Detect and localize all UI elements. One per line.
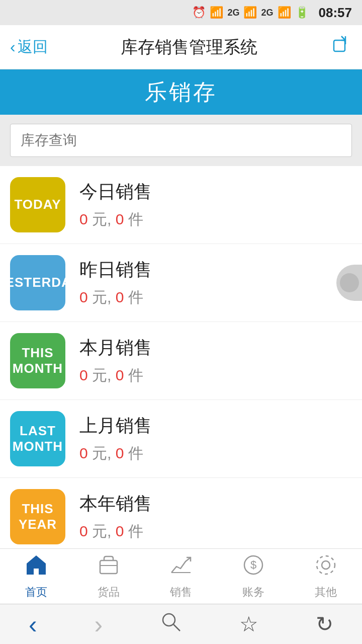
- sales-item-lastmonth[interactable]: LASTMONTH上月销售0 元, 0 件: [0, 400, 362, 478]
- browser-bookmark-button[interactable]: ☆: [239, 612, 258, 636]
- svg-line-12: [173, 624, 180, 631]
- sales-icon-today: TODAY: [10, 177, 65, 232]
- battery-icon: 🔋: [295, 6, 309, 19]
- sales-item-today[interactable]: TODAY今日销售0 元, 0 件: [0, 166, 362, 244]
- bottom-nav-item-goods[interactable]: 货品: [97, 553, 120, 600]
- app-title: 乐销存: [145, 77, 217, 107]
- sales-data-today: 0 元, 0 件: [79, 209, 352, 230]
- back-label: 返回: [18, 37, 48, 57]
- search-input[interactable]: [10, 124, 352, 157]
- signal-bar-2: 📶: [278, 6, 291, 19]
- bottom-nav-label-finance: 账务: [242, 585, 264, 600]
- jian-value-yesterday: 0: [116, 289, 124, 305]
- yuan-value-thismonth: 0: [79, 367, 88, 383]
- bottom-nav-label-other: 其他: [315, 585, 337, 600]
- bottom-nav-label-sales: 销售: [170, 585, 192, 600]
- bottom-nav-icon-sales: [169, 553, 193, 582]
- bottom-nav: 首页 货品 销售 $ 账务 其他: [0, 548, 362, 604]
- sales-icon-thismonth: THISMONTH: [10, 333, 65, 388]
- sales-data-thismonth: 0 元, 0 件: [79, 365, 352, 386]
- sales-name-yesterday: 昨日销售: [79, 258, 352, 282]
- svg-text:$: $: [250, 558, 256, 571]
- sales-name-thismonth: 本月销售: [79, 336, 352, 360]
- svg-point-9: [322, 561, 330, 569]
- browser-refresh-button[interactable]: ↻: [316, 612, 333, 636]
- bottom-nav-item-finance[interactable]: $ 账务: [242, 553, 265, 600]
- jian-value-today: 0: [116, 211, 124, 227]
- bottom-nav-label-home: 首页: [25, 585, 47, 600]
- signal-2g-2: 2G: [261, 8, 273, 18]
- yuan-value-thisyear: 0: [79, 523, 88, 539]
- jian-value-thismonth: 0: [116, 367, 124, 383]
- yuan-value-today: 0: [79, 211, 88, 227]
- back-button[interactable]: ‹ 返回: [10, 37, 48, 57]
- sales-name-lastmonth: 上月销售: [79, 414, 352, 438]
- bottom-nav-item-home[interactable]: 首页: [25, 553, 48, 600]
- status-time: 08:57: [319, 5, 352, 21]
- browser-forward-button[interactable]: ›: [95, 610, 103, 639]
- sales-item-thisyear[interactable]: THISYEAR本年销售0 元, 0 件: [0, 478, 362, 556]
- sales-icon-lastmonth: LASTMONTH: [10, 411, 65, 466]
- svg-rect-0: [334, 40, 345, 51]
- browser-back-button[interactable]: ‹: [29, 610, 37, 639]
- bottom-nav-icon-finance: $: [242, 553, 265, 582]
- browser-search-button[interactable]: [160, 611, 182, 637]
- jian-value-thisyear: 0: [116, 523, 124, 539]
- header-banner: 乐销存: [0, 69, 362, 115]
- jian-value-lastmonth: 0: [116, 445, 124, 461]
- bottom-nav-icon-goods: [97, 553, 120, 582]
- yuan-value-lastmonth: 0: [79, 445, 88, 461]
- bottom-nav-icon-other: [314, 553, 337, 582]
- sales-item-thismonth[interactable]: THISMONTH本月销售0 元, 0 件: [0, 322, 362, 400]
- share-button[interactable]: [331, 34, 352, 60]
- nav-title: 库存销售管理系统: [121, 36, 257, 59]
- sales-icon-yesterday: YESTERDAY: [10, 255, 65, 310]
- alarm-icon: ⏰: [192, 6, 206, 19]
- bottom-nav-label-goods: 货品: [98, 585, 120, 600]
- bottom-nav-icon-home: [25, 553, 48, 582]
- browser-bar: ‹ › ☆ ↻: [0, 604, 362, 644]
- status-bar: ⏰ 📶 2G 📶 2G 📶 🔋 08:57: [0, 0, 362, 25]
- bottom-nav-item-sales[interactable]: 销售: [169, 553, 193, 600]
- signal-bar-1: 📶: [243, 6, 257, 19]
- svg-marker-2: [27, 555, 46, 575]
- svg-rect-3: [100, 560, 117, 574]
- signal-2g-1: 2G: [227, 8, 239, 18]
- sales-data-yesterday: 0 元, 0 件: [79, 287, 352, 308]
- sales-name-thisyear: 本年销售: [79, 492, 352, 516]
- search-section: [0, 115, 362, 166]
- nav-bar: ‹ 返回 库存销售管理系统: [0, 25, 362, 69]
- yuan-value-yesterday: 0: [79, 289, 88, 305]
- chevron-left-icon: ‹: [10, 38, 16, 56]
- wifi-icon: 📶: [210, 6, 223, 19]
- svg-point-10: [317, 556, 335, 574]
- bottom-nav-item-other[interactable]: 其他: [314, 553, 337, 600]
- svg-point-11: [163, 614, 175, 626]
- sales-data-lastmonth: 0 元, 0 件: [79, 443, 352, 464]
- status-icons: ⏰ 📶 2G 📶 2G 📶 🔋: [192, 6, 308, 19]
- sales-data-thisyear: 0 元, 0 件: [79, 521, 352, 542]
- sales-item-yesterday[interactable]: YESTERDAY昨日销售0 元, 0 件: [0, 244, 362, 322]
- sales-name-today: 今日销售: [79, 180, 352, 204]
- sales-icon-thisyear: THISYEAR: [10, 489, 65, 544]
